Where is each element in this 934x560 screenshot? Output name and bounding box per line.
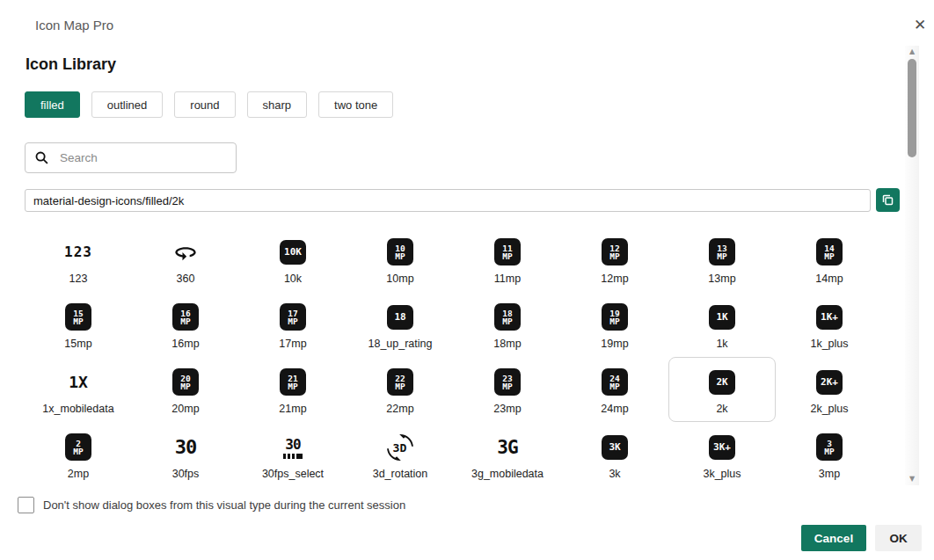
icon-grid-item-3k[interactable]: 3K3k (561, 422, 668, 487)
icon-grid-item-18_up_rating[interactable]: 1818_up_rating (347, 292, 454, 357)
icon-label: 3d_rotation (373, 468, 428, 480)
icon-grid-item-3d_rotation[interactable]: 3D3d_rotation (347, 422, 454, 487)
icon-label: 1k (716, 338, 727, 350)
icon-grid-item-2k_plus[interactable]: 2K+2k_plus (776, 357, 883, 422)
icon-grid-item-20mp[interactable]: 20MP20mp (132, 357, 239, 422)
icon-label: 360 (177, 273, 195, 285)
22mp-icon: 22MP (387, 365, 413, 400)
rotate-360-icon (173, 240, 198, 265)
1k_plus-icon: 1K+ (816, 300, 843, 335)
icon-path-input[interactable] (25, 189, 871, 212)
icon-grid-item-19mp[interactable]: 19MP19mp (561, 292, 668, 357)
dont-show-again-checkbox[interactable] (18, 497, 34, 513)
icon-grid-item-1k_plus[interactable]: 1K+1k_plus (776, 292, 883, 357)
icon-label: 24mp (601, 403, 628, 415)
23mp-icon: 23MP (494, 365, 521, 400)
10mp-icon: 10MP (387, 235, 413, 270)
icon-grid-item-24mp[interactable]: 24MP24mp (561, 357, 668, 422)
icon-label: 16mp (171, 338, 199, 350)
search-input[interactable] (60, 151, 227, 164)
icon-grid-item-2mp[interactable]: 2MP2mp (25, 422, 132, 487)
icon-grid-item-3k_plus[interactable]: 3K+3k_plus (668, 422, 776, 487)
icon-grid-item-21mp[interactable]: 21MP21mp (239, 357, 347, 422)
close-icon[interactable]: ✕ (908, 12, 932, 37)
18mp-icon: 18MP (494, 300, 521, 335)
tab-sharp[interactable]: sharp (247, 91, 308, 118)
icon-grid-item-18mp[interactable]: 18MP18mp (454, 292, 561, 357)
icon-grid: 12312336010K10k10MP10mp11MP11mp12MP12mp1… (25, 227, 883, 487)
icon-grid-item-3g_mobiledata[interactable]: 3G3g_mobiledata (454, 422, 561, 487)
14mp-icon: 14MP (816, 235, 843, 270)
tab-outlined[interactable]: outlined (91, 91, 164, 118)
12mp-icon: 12MP (602, 235, 628, 270)
icon-grid-item-13mp[interactable]: 13MP13mp (668, 227, 776, 292)
123-icon: 123 (64, 235, 92, 270)
dont-show-again-row: Don't show dialog boxes from this visual… (18, 497, 405, 513)
icon-label: 123 (69, 273, 88, 285)
17mp-icon: 17MP (280, 300, 306, 335)
icon-grid-item-11mp[interactable]: 11MP11mp (454, 227, 561, 292)
icon-label: 17mp (279, 338, 306, 350)
icon-style-tabs: filled outlined round sharp two tone (25, 91, 393, 118)
2k_plus-icon: 2K+ (816, 365, 843, 400)
icon-label: 3k_plus (703, 468, 741, 480)
icon-label: 20mp (171, 403, 199, 415)
1k-icon: 1K (709, 300, 735, 335)
scroll-down-icon[interactable]: ▼ (909, 473, 915, 485)
icon-label: 18mp (493, 338, 521, 350)
tab-filled[interactable]: filled (25, 91, 80, 118)
scroll-up-icon[interactable]: ▲ (909, 46, 915, 58)
2mp-icon: 2MP (65, 430, 91, 465)
3k-icon: 3K (602, 430, 628, 465)
tab-round[interactable]: round (174, 91, 235, 118)
icon-grid-item-12mp[interactable]: 12MP12mp (561, 227, 668, 292)
ok-button[interactable]: OK (875, 525, 922, 551)
svg-text:3D: 3D (393, 441, 407, 455)
icon-label: 10mp (386, 273, 413, 285)
icon-label: 30fps (172, 468, 200, 480)
icon-grid-item-10k[interactable]: 10K10k (239, 227, 347, 292)
rotate-3d-icon: 3D (387, 434, 413, 461)
icon-label: 22mp (386, 403, 413, 415)
30fps-icon: 30 (175, 430, 197, 465)
icon-grid-item-1k[interactable]: 1K1k (668, 292, 776, 357)
tab-two-tone[interactable]: two tone (318, 91, 393, 118)
20mp-icon: 20MP (172, 365, 199, 400)
16mp-icon: 16MP (172, 300, 199, 335)
icon-label: 14mp (815, 273, 843, 285)
icon-grid-item-14mp[interactable]: 14MP14mp (776, 227, 883, 292)
icon-grid-item-1x_mobiledata[interactable]: 1X1x_mobiledata (25, 357, 132, 422)
icon-grid-item-22mp[interactable]: 22MP22mp (347, 357, 454, 422)
page-title: Icon Library (26, 55, 116, 74)
search-box (25, 142, 237, 173)
copy-path-button[interactable] (876, 188, 900, 212)
icon-label: 18_up_rating (368, 338, 433, 350)
scrollbar-thumb[interactable] (908, 59, 916, 157)
icon-grid-item-23mp[interactable]: 23MP23mp (454, 357, 561, 422)
3d_rotation-icon: 3D (387, 430, 413, 465)
icon-grid-item-123[interactable]: 123123 (25, 227, 132, 292)
icon-label: 13mp (708, 273, 735, 285)
11mp-icon: 11MP (494, 235, 521, 270)
icon-grid-item-10mp[interactable]: 10MP10mp (347, 227, 454, 292)
icon-label: 1k_plus (810, 338, 848, 350)
icon-grid-item-2k[interactable]: 2K2k (668, 357, 776, 422)
cancel-button[interactable]: Cancel (801, 525, 866, 551)
icon-grid-item-3mp[interactable]: 3MP3mp (776, 422, 883, 487)
10k-icon: 10K (280, 235, 306, 270)
icon-grid-item-17mp[interactable]: 17MP17mp (239, 292, 347, 357)
icon-label: 12mp (601, 273, 628, 285)
30fps_select-icon: 30 (283, 430, 303, 465)
icon-grid-item-360[interactable]: 360 (132, 227, 239, 292)
scrollbar[interactable]: ▲ ▼ (905, 46, 919, 485)
icon-grid-item-30fps[interactable]: 3030fps (132, 422, 239, 487)
icon-label: 1x_mobiledata (42, 403, 113, 415)
copy-icon (881, 193, 894, 207)
dialog-title: Icon Map Pro (35, 18, 113, 33)
19mp-icon: 19MP (602, 300, 628, 335)
icon-grid-item-15mp[interactable]: 15MP15mp (25, 292, 132, 357)
icon-grid-item-30fps_select[interactable]: 3030fps_select (239, 422, 347, 487)
icon-label: 3k (609, 468, 620, 480)
icon-grid-item-16mp[interactable]: 16MP16mp (132, 292, 239, 357)
icon-label: 21mp (279, 403, 306, 415)
